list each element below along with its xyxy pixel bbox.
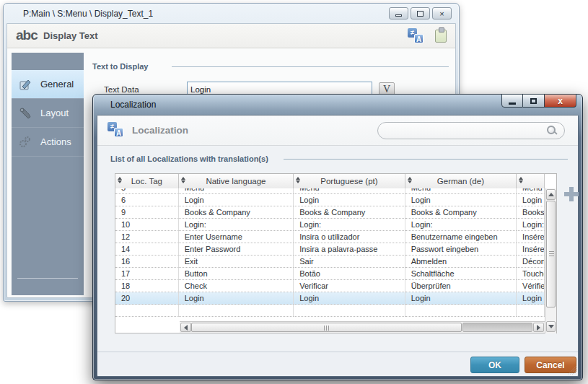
table-cell[interactable]: Login: bbox=[179, 219, 294, 231]
table-cell[interactable]: 6 bbox=[115, 194, 179, 206]
table-row[interactable]: 9Books & CompanyBooks & CompanyBooks & C… bbox=[115, 206, 545, 219]
table-cell[interactable]: Insérer bbox=[517, 231, 545, 243]
translate-icon[interactable]: ≠A bbox=[408, 28, 424, 43]
scroll-track[interactable] bbox=[462, 323, 532, 332]
display-text-titlebar[interactable]: P:Main \ S:Menu \ Display_Text_1 × bbox=[4, 4, 459, 23]
table-cell[interactable]: Enter Username bbox=[179, 231, 294, 243]
table-cell[interactable]: Überprüfen bbox=[405, 280, 517, 292]
table-cell[interactable]: 14 bbox=[115, 243, 179, 256]
footer: OK Cancel bbox=[97, 352, 578, 376]
table-cell[interactable]: Login bbox=[294, 194, 405, 206]
table-cell[interactable]: Login: bbox=[294, 219, 405, 231]
table-cell[interactable]: Vérifier bbox=[517, 280, 545, 292]
scroll-down-button[interactable] bbox=[546, 321, 556, 332]
table-cell[interactable]: 18 bbox=[115, 280, 179, 292]
table-cell[interactable]: Button bbox=[179, 268, 294, 280]
table-row[interactable]: 6LoginLoginLoginLogin bbox=[115, 194, 545, 206]
column-header[interactable]: Portuguese (pt) bbox=[294, 174, 405, 188]
table-row[interactable]: 12Enter UsernameInsira o utilizadorBenut… bbox=[115, 231, 545, 243]
clipboard-icon[interactable] bbox=[435, 30, 447, 43]
table-cell[interactable]: Verificar bbox=[294, 280, 405, 292]
add-row-button[interactable] bbox=[563, 186, 579, 202]
table-cell[interactable]: Menu bbox=[179, 188, 294, 194]
search-icon[interactable] bbox=[546, 125, 558, 136]
minimize-button[interactable] bbox=[389, 7, 408, 19]
scroll-right-button[interactable] bbox=[533, 323, 544, 332]
sidebar-item-layout[interactable]: Layout bbox=[12, 99, 84, 128]
table-cell[interactable]: Sair bbox=[294, 256, 405, 268]
search-input[interactable] bbox=[387, 126, 542, 135]
table-cell[interactable]: Login: bbox=[517, 219, 545, 231]
sidebar-item-general[interactable]: General bbox=[12, 70, 84, 99]
table-row[interactable]: 17ButtonBotãoSchaltflächeTouche bbox=[115, 268, 545, 280]
table-row[interactable]: 10Login:Login:Login:Login: bbox=[115, 219, 545, 231]
localization-table: Loc. TagNative languagePortuguese (pt)Ge… bbox=[115, 173, 557, 333]
scroll-up-button[interactable] bbox=[546, 189, 556, 200]
table-cell[interactable]: Login bbox=[179, 292, 294, 305]
table-row[interactable]: 18CheckVerificarÜberprüfenVérifier bbox=[115, 280, 545, 292]
resize-grip[interactable] bbox=[567, 365, 576, 375]
column-header[interactable]: German (de) bbox=[405, 174, 517, 188]
table-cell[interactable]: Menu bbox=[294, 188, 405, 194]
minimize-button[interactable] bbox=[501, 94, 523, 108]
table-cell[interactable]: Insérer bbox=[517, 243, 545, 256]
sort-icon[interactable] bbox=[118, 177, 122, 183]
table-cell[interactable]: 5 bbox=[115, 188, 179, 194]
maximize-button[interactable] bbox=[411, 7, 430, 19]
table-cell[interactable]: Check bbox=[179, 280, 294, 292]
vertical-scroll-thumb[interactable] bbox=[546, 201, 556, 307]
ok-button[interactable]: OK bbox=[470, 357, 519, 373]
table-cell[interactable]: 17 bbox=[115, 268, 179, 280]
column-header[interactable]: Loc. Tag bbox=[115, 174, 179, 188]
table-cell[interactable]: Déconn bbox=[517, 256, 545, 268]
table-cell[interactable]: Insira o utilizador bbox=[294, 231, 405, 243]
table-cell[interactable]: 10 bbox=[115, 219, 179, 231]
table-cell[interactable]: Schaltfläche bbox=[405, 268, 517, 280]
table-cell[interactable]: Login bbox=[179, 194, 294, 206]
table-row[interactable]: 20LoginLoginLoginLogin bbox=[115, 292, 545, 305]
table-cell[interactable]: Botão bbox=[294, 268, 405, 280]
table-cell[interactable]: Books & Company bbox=[405, 206, 517, 219]
table-cell[interactable]: 20 bbox=[115, 292, 179, 305]
table-cell[interactable]: Login bbox=[405, 292, 517, 305]
column-header[interactable] bbox=[517, 174, 545, 188]
table-cell[interactable]: Books & Company bbox=[294, 206, 405, 219]
sort-icon[interactable] bbox=[181, 177, 185, 183]
table-cell[interactable]: Books & Company bbox=[179, 206, 294, 219]
table-cell[interactable]: 12 bbox=[115, 231, 179, 243]
sort-icon[interactable] bbox=[408, 177, 412, 183]
table-row[interactable]: 5MenuMenuMenuMenu bbox=[115, 188, 545, 194]
table-cell[interactable]: Login bbox=[294, 292, 405, 305]
table-cell[interactable]: 9 bbox=[115, 206, 179, 219]
horizontal-scroll-thumb[interactable] bbox=[191, 323, 462, 332]
table-cell[interactable]: 16 bbox=[115, 256, 179, 268]
table-cell[interactable]: Passwort eingeben bbox=[405, 243, 517, 256]
scroll-left-button[interactable] bbox=[180, 323, 191, 332]
table-cell[interactable]: Insira a palavra-passe bbox=[294, 243, 405, 256]
column-header[interactable]: Native language bbox=[179, 174, 294, 188]
search-box[interactable] bbox=[377, 122, 565, 139]
sidebar-item-actions[interactable]: Actions bbox=[12, 128, 84, 157]
section-title-localizations: List of all Localizations with translati… bbox=[110, 154, 268, 163]
horizontal-scrollbar[interactable] bbox=[180, 321, 545, 333]
close-button[interactable]: × bbox=[432, 7, 452, 19]
vertical-scrollbar[interactable] bbox=[545, 188, 556, 333]
sort-icon[interactable] bbox=[296, 177, 300, 183]
table-row[interactable]: 14Enter PasswordInsira a palavra-passePa… bbox=[115, 243, 545, 256]
table-cell[interactable]: Login bbox=[517, 292, 545, 305]
table-cell[interactable]: Enter Password bbox=[179, 243, 294, 256]
table-cell[interactable]: Abmelden bbox=[405, 256, 517, 268]
table-cell[interactable]: Benutzername eingeben bbox=[405, 231, 517, 243]
table-cell[interactable]: Menu bbox=[405, 188, 517, 194]
table-cell[interactable]: Menu bbox=[517, 188, 545, 194]
table-cell[interactable]: Touche bbox=[517, 268, 545, 280]
table-cell[interactable]: Exit bbox=[179, 256, 294, 268]
maximize-button[interactable] bbox=[523, 94, 545, 108]
table-cell[interactable]: Login bbox=[517, 194, 545, 206]
close-button[interactable]: x bbox=[545, 94, 576, 108]
table-row[interactable]: 16ExitSairAbmeldenDéconn bbox=[115, 256, 545, 268]
table-cell[interactable]: Login bbox=[405, 194, 517, 206]
table-cell[interactable]: Login: bbox=[405, 219, 517, 231]
sort-icon[interactable] bbox=[519, 177, 523, 183]
table-cell[interactable]: Books & bbox=[517, 206, 545, 219]
